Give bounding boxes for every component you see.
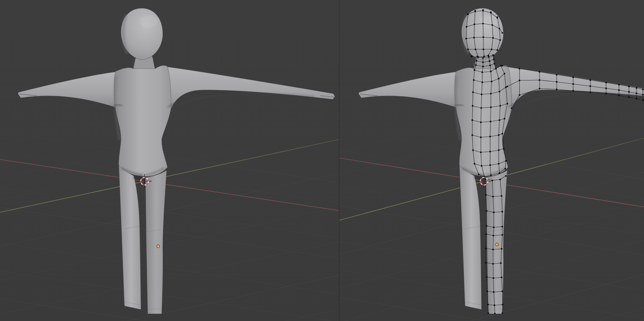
viewport-edit-wireframe[interactable]: [339, 0, 644, 321]
object-origin-dot: [157, 245, 160, 248]
model-shaded[interactable]: [18, 8, 335, 314]
3d-viewport-split-view: [0, 0, 644, 321]
viewport-solid-shaded[interactable]: [0, 0, 339, 321]
axis-lines: [0, 139, 339, 212]
model-edit-wireframe[interactable]: [358, 8, 644, 314]
object-origin-dot: [496, 243, 498, 246]
